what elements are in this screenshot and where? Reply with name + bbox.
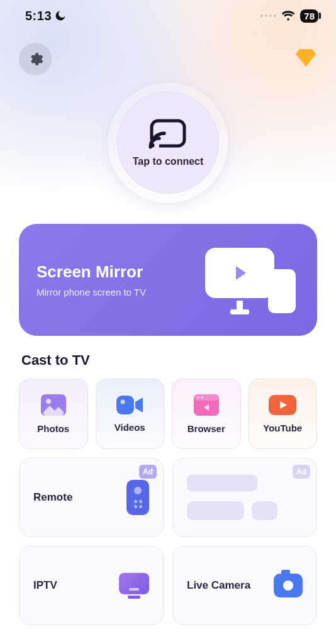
camera-icon: [274, 574, 303, 597]
photos-tile[interactable]: Photos: [19, 379, 88, 449]
youtube-icon: [269, 395, 296, 415]
mirror-subtitle: Mirror phone screen to TV: [36, 287, 146, 297]
connect-label: Tap to connect: [133, 156, 204, 167]
videos-label: Videos: [115, 422, 145, 433]
svg-point-2: [150, 143, 155, 148]
moon-icon: [54, 9, 67, 22]
connect-button[interactable]: Tap to connect: [107, 82, 229, 204]
cast-section-title: Cast to TV: [21, 352, 317, 369]
photos-label: Photos: [37, 423, 69, 434]
svg-point-6: [121, 399, 125, 404]
settings-button[interactable]: [19, 43, 52, 75]
remote-icon: [126, 480, 149, 515]
cellular-dots-icon: [260, 14, 276, 17]
cast-icon: [148, 118, 188, 150]
browser-tile[interactable]: Browser: [172, 379, 241, 449]
premium-button[interactable]: [294, 48, 317, 70]
ad-placeholder-icon: [187, 475, 303, 520]
svg-rect-5: [116, 396, 134, 414]
ad-badge: Ad: [293, 465, 310, 479]
status-bar: 5:13 78: [0, 0, 336, 31]
videos-icon: [116, 396, 143, 414]
battery-level: 78: [304, 11, 315, 21]
remote-tile[interactable]: Ad Remote: [19, 458, 164, 537]
ad-badge: Ad: [139, 465, 157, 479]
svg-point-10: [201, 396, 203, 398]
browser-label: Browser: [188, 423, 225, 434]
iptv-tile[interactable]: IPTV: [19, 546, 164, 625]
youtube-label: YouTube: [263, 423, 302, 433]
gear-icon: [27, 51, 43, 67]
mirror-title: Screen Mirror: [36, 262, 146, 282]
browser-icon: [194, 394, 219, 416]
battery-indicator: 78: [300, 9, 318, 23]
mirror-icon: [205, 245, 300, 314]
svg-point-4: [46, 399, 51, 404]
ad-placeholder-tile[interactable]: Ad: [172, 458, 317, 537]
iptv-icon: [119, 573, 149, 598]
diamond-icon: [294, 48, 317, 68]
live-camera-tile[interactable]: Live Camera: [172, 546, 317, 625]
status-time: 5:13: [25, 9, 52, 23]
screen-mirror-card[interactable]: Screen Mirror Mirror phone screen to TV: [19, 224, 317, 336]
youtube-tile[interactable]: YouTube: [249, 379, 318, 449]
videos-tile[interactable]: Videos: [96, 379, 165, 449]
svg-point-9: [197, 396, 199, 398]
photos-icon: [41, 394, 66, 416]
wifi-icon: [281, 10, 295, 21]
remote-label: Remote: [33, 491, 72, 504]
live-camera-label: Live Camera: [187, 579, 250, 592]
iptv-label: IPTV: [33, 579, 57, 592]
